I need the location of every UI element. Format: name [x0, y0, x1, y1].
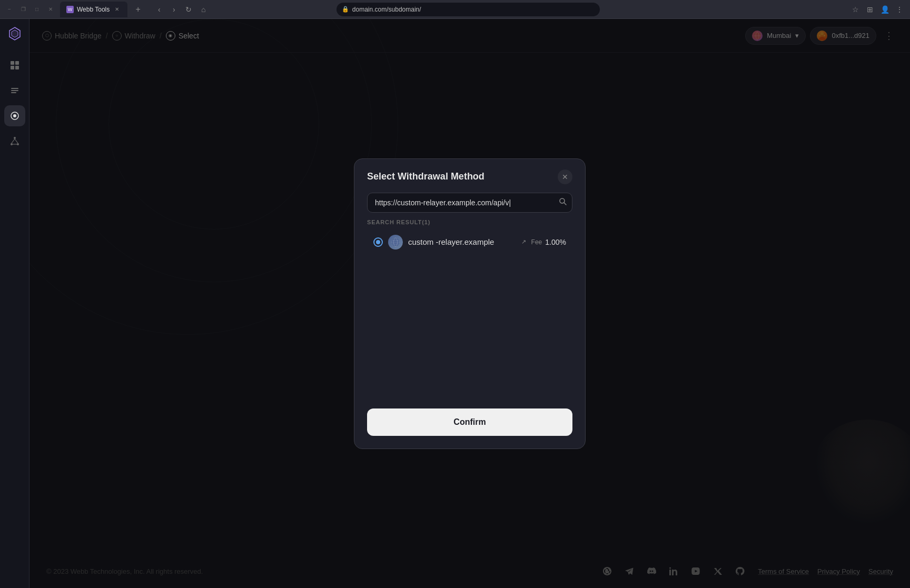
forward-button[interactable]: › [167, 3, 180, 16]
modal-overlay: Select Withdrawal Method ✕ [29, 19, 910, 588]
relayer-search-input[interactable] [367, 193, 572, 213]
sidebar-item-bridge[interactable] [4, 105, 25, 126]
back-button[interactable]: ‹ [153, 3, 165, 16]
search-input-wrapper [367, 193, 572, 213]
app-layout: ⬡ Hubble Bridge / ○ Withdraw / ◉ Select [0, 19, 910, 588]
browser-chrome: − ❐ □ ✕ W Webb Tools ✕ + ‹ › ↻ ⌂ 🔒 domai… [0, 0, 910, 19]
profile-icon[interactable]: 👤 [878, 3, 891, 16]
sidebar-item-notes[interactable] [4, 80, 25, 101]
svg-point-9 [14, 137, 16, 139]
address-text: domain.com/subdomain/ [352, 6, 421, 13]
svg-rect-6 [11, 92, 16, 93]
restore-button[interactable]: ❐ [18, 4, 28, 15]
app-logo [6, 25, 23, 42]
modal-footer: Confirm [354, 400, 585, 449]
browser-tab[interactable]: W Webb Tools ✕ [60, 2, 127, 17]
relayer-fee: Fee 1.00% [531, 238, 566, 246]
relayer-radio-button[interactable] [373, 237, 383, 247]
new-tab-button[interactable]: + [132, 3, 144, 16]
ssl-lock-icon: 🔒 [342, 6, 349, 13]
sidebar [0, 19, 29, 588]
relayer-list-item[interactable]: custom -relayer.example ↗ Fee 1.00% [367, 230, 572, 255]
svg-rect-0 [11, 61, 14, 65]
relayer-globe-icon [388, 235, 403, 250]
radio-inner [376, 240, 380, 244]
maximize-button[interactable]: □ [32, 4, 42, 15]
extensions-icon[interactable]: ⊞ [864, 3, 876, 16]
svg-line-12 [12, 139, 15, 143]
confirm-button[interactable]: Confirm [367, 408, 572, 436]
relayer-name: custom -relayer.example [408, 237, 514, 246]
minimize-button[interactable]: − [4, 4, 15, 15]
browser-menu-icon[interactable]: ⋮ [893, 3, 906, 16]
address-bar[interactable]: 🔒 domain.com/subdomain/ [337, 3, 600, 16]
window-controls: − ❐ □ ✕ [4, 4, 56, 15]
browser-nav: ‹ › ↻ ⌂ [153, 3, 210, 16]
svg-rect-1 [15, 61, 19, 65]
modal-title: Select Withdrawal Method [367, 171, 484, 182]
close-button[interactable]: ✕ [45, 4, 56, 15]
tab-favicon: W [66, 6, 74, 13]
browser-actions: ☆ ⊞ 👤 ⋮ [849, 3, 906, 16]
modal-body: SEARCH RESULT(1) [354, 193, 585, 400]
svg-rect-5 [11, 90, 18, 91]
tab-title: Webb Tools [77, 6, 110, 13]
bookmark-icon[interactable]: ☆ [849, 3, 862, 16]
home-button[interactable]: ⌂ [197, 3, 210, 16]
withdrawal-method-modal: Select Withdrawal Method ✕ [354, 158, 586, 449]
svg-rect-2 [11, 66, 14, 69]
reload-button[interactable]: ↻ [182, 3, 195, 16]
search-results-label: SEARCH RESULT(1) [367, 219, 572, 225]
sidebar-item-network[interactable] [4, 131, 25, 152]
svg-rect-4 [11, 88, 18, 89]
external-link-icon[interactable]: ↗ [521, 238, 526, 245]
tab-close-button[interactable]: ✕ [113, 5, 121, 14]
svg-rect-3 [15, 66, 19, 69]
main-content: ⬡ Hubble Bridge / ○ Withdraw / ◉ Select [29, 19, 910, 588]
fee-label: Fee [531, 238, 542, 246]
fee-value: 1.00% [545, 238, 566, 246]
sidebar-item-grid[interactable] [4, 55, 25, 76]
svg-point-8 [13, 114, 16, 117]
modal-close-button[interactable]: ✕ [558, 170, 572, 184]
svg-line-22 [564, 203, 566, 205]
modal-results-area: custom -relayer.example ↗ Fee 1.00% [367, 230, 572, 387]
svg-line-13 [15, 139, 18, 143]
search-icon[interactable] [559, 197, 567, 208]
modal-header: Select Withdrawal Method ✕ [354, 159, 585, 193]
